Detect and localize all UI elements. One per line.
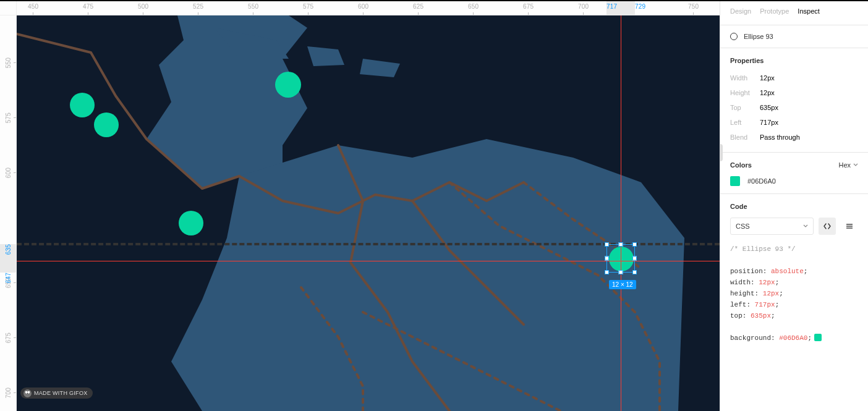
inspector-tabs: Design Prototype Inspect [720, 1, 868, 25]
code-section: Code CSS /* Ellipse 93 */ positi [720, 194, 868, 352]
map-data-dot[interactable] [179, 211, 203, 235]
ruler-h-tick: 625 [413, 1, 423, 15]
canvas-background: 12 × 12 MADE WITH GIFOX [17, 15, 720, 411]
code-title: Code [730, 203, 858, 210]
ruler-v-tick-selection-end: 647 [0, 273, 16, 283]
inspector-panel: Design Prototype Inspect Ellipse 93 Prop… [720, 1, 868, 411]
ruler-corner [0, 1, 17, 15]
code-color-swatch [814, 334, 822, 341]
selected-layer-name: Ellipse 93 [744, 33, 773, 40]
code-view-button[interactable] [819, 218, 836, 235]
selection-handle-sw[interactable] [605, 270, 609, 274]
colors-section: Colors Hex #06D6A0 [720, 153, 868, 194]
selection-handle-e[interactable] [632, 256, 637, 261]
ruler-horizontal[interactable]: 450 475 500 525 550 575 600 625 650 675 … [17, 1, 720, 15]
code-language-label: CSS [736, 222, 750, 230]
color-format-dropdown[interactable]: Hex [838, 161, 858, 169]
color-format-label: Hex [838, 161, 851, 169]
ruler-h-tick: 500 [138, 1, 148, 15]
properties-title: Properties [730, 57, 858, 64]
ruler-h-tick: 750 [688, 1, 699, 15]
ellipse-icon [730, 33, 738, 40]
ruler-v-tick: 675 [0, 333, 16, 343]
table-view-button[interactable] [841, 218, 858, 235]
gifox-watermark: MADE WITH GIFOX [20, 388, 93, 399]
color-swatch-row[interactable]: #06D6A0 [730, 176, 858, 186]
prop-blend[interactable]: BlendPass through [730, 130, 858, 145]
ruler-h-tick: 600 [358, 1, 368, 15]
ruler-h-tick-selection-start: 717 [606, 1, 617, 15]
prop-height[interactable]: Height12px [730, 85, 858, 100]
prop-left[interactable]: Left717px [730, 115, 858, 130]
ruler-h-tick: 475 [83, 1, 93, 15]
color-hex-value: #06D6A0 [747, 177, 776, 185]
ruler-h-tick: 700 [578, 1, 589, 15]
map-artwork [17, 15, 720, 411]
ruler-h-tick: 650 [468, 1, 479, 15]
prop-top[interactable]: Top635px [730, 100, 858, 115]
selection-dimensions-badge: 12 × 12 [609, 280, 636, 289]
guide-vertical [621, 15, 621, 411]
ruler-v-tick: 575 [0, 112, 16, 123]
ruler-v-tick: 700 [0, 388, 16, 398]
selection-handle-se[interactable] [632, 270, 637, 274]
selection-box[interactable] [606, 244, 635, 273]
ruler-h-tick: 575 [303, 1, 313, 15]
code-output[interactable]: /* Ellipse 93 */ position: absolute; wid… [730, 244, 858, 344]
selection-handle-n[interactable] [619, 242, 623, 247]
ruler-v-tick-selection-start: 635 [0, 244, 16, 255]
list-icon [845, 222, 854, 231]
ruler-vertical[interactable]: 550 575 600 650 675 700 635 647 [0, 15, 17, 411]
chevron-down-icon [803, 224, 808, 229]
selection-handle-nw[interactable] [605, 242, 609, 247]
ruler-v-tick: 550 [0, 57, 16, 68]
ruler-h-tick-selection-end: 729 [635, 1, 645, 15]
code-language-select[interactable]: CSS [730, 218, 814, 235]
selection-handle-w[interactable] [605, 256, 609, 261]
map-data-dot[interactable] [94, 112, 119, 137]
map-data-dot[interactable] [70, 93, 95, 117]
ruler-h-tick: 525 [193, 1, 203, 15]
canvas[interactable]: 12 × 12 MADE WITH GIFOX [17, 15, 720, 411]
ruler-h-tick: 550 [248, 1, 258, 15]
ruler-h-tick: 450 [28, 1, 38, 15]
prop-width[interactable]: Width12px [730, 70, 858, 85]
chevron-down-icon [853, 163, 858, 167]
selection-handle-ne[interactable] [632, 242, 637, 247]
tab-prototype[interactable]: Prototype [760, 7, 789, 25]
properties-section: Properties Width12px Height12px Top635px… [720, 48, 868, 153]
color-swatch [730, 176, 740, 186]
tab-design[interactable]: Design [730, 7, 751, 25]
map-data-dot[interactable] [275, 72, 301, 98]
ruler-h-tick: 675 [523, 1, 534, 15]
ruler-v-tick: 600 [0, 167, 16, 178]
tab-inspect[interactable]: Inspect [798, 7, 819, 25]
selection-handle-s[interactable] [619, 270, 623, 274]
panel-resize-handle[interactable] [720, 144, 723, 161]
code-icon [823, 222, 832, 231]
selected-layer-row[interactable]: Ellipse 93 [720, 25, 868, 48]
colors-title: Colors [730, 161, 752, 169]
